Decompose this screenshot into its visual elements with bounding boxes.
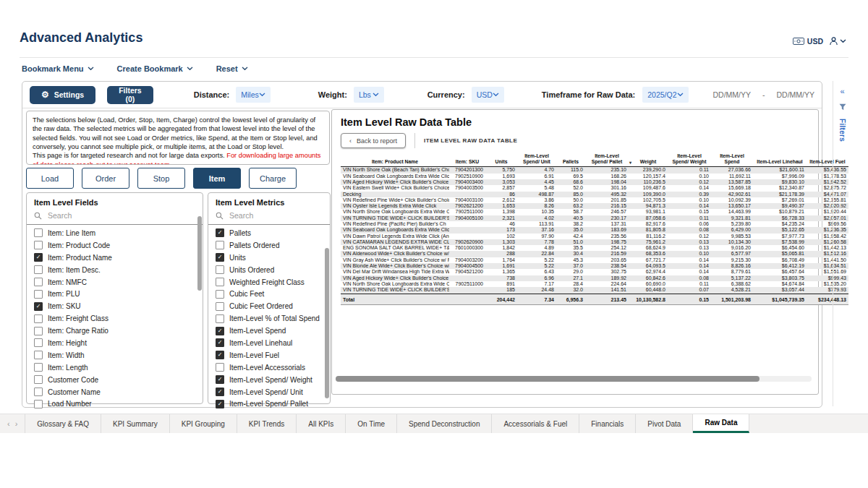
checkbox-unchecked[interactable] (216, 241, 224, 249)
report-tab-item-level-raw-data-table[interactable]: ITEM LEVEL RAW DATA TABLE (414, 133, 526, 148)
checkbox-unchecked[interactable] (34, 351, 43, 359)
checkbox-item-item-nmfc[interactable]: Item: NMFC (34, 276, 203, 288)
filters-rail-label[interactable]: Filters (838, 119, 846, 142)
checkbox-unchecked[interactable] (216, 314, 224, 323)
checkbox-unchecked[interactable] (34, 314, 43, 323)
checkbox-unchecked[interactable] (216, 290, 224, 299)
checkbox-item-item-product-name[interactable]: ✓Item: Product Name (34, 252, 203, 264)
fields-search-input[interactable] (46, 210, 136, 221)
checkbox-item-item-charge-ratio[interactable]: Item: Charge Ratio (34, 325, 203, 337)
checkbox-unchecked[interactable] (34, 278, 43, 286)
tab-scroll-left-icon[interactable]: ‹ (7, 419, 10, 428)
checkbox-item-cubic-feet-ordered[interactable]: Cubic Feet Ordered (216, 300, 330, 312)
column-header-units[interactable]: Units (485, 153, 517, 167)
checkbox-checked[interactable]: ✓ (34, 302, 43, 311)
checkbox-item-item-sku[interactable]: ✓Item: SKU (34, 300, 203, 312)
checkbox-checked[interactable]: ✓ (34, 253, 43, 262)
column-header-item-level-spend-unit[interactable]: Item-Level Spend/ Unit (517, 153, 556, 167)
checkbox-unchecked[interactable] (34, 363, 43, 372)
checkbox-item-cubic-feet[interactable]: Cubic Feet (216, 288, 330, 300)
checkbox-item-item-item-desc[interactable]: Item: Item Desc. (34, 264, 203, 276)
table-row[interactable]: VIN Gray Ash Wide+ Click Builder's Choic… (341, 257, 848, 263)
checkbox-unchecked[interactable] (216, 278, 224, 286)
checkbox-item-pallets[interactable]: ✓Pallets (216, 227, 330, 239)
date-to-input[interactable]: DD/MM/YY (777, 90, 815, 99)
table-row[interactable]: VIN Seaboard Oak Longboards Extra Wide C… (341, 174, 848, 179)
column-header-item-sku[interactable]: Item: SKU (449, 153, 485, 167)
checkbox-checked[interactable]: ✓ (216, 351, 224, 359)
date-from-input[interactable]: DD/MM/YY (713, 90, 752, 99)
bottom-tab-kpi-summary[interactable]: KPI Summary (101, 414, 170, 433)
table-row[interactable]: VIN Aged Hickory Wide+ Click Builder's C… (341, 179, 848, 185)
checkbox-item-item-level-spend[interactable]: ✓Item-Level Spend (216, 325, 330, 337)
weight-select[interactable]: Lbs (354, 87, 384, 103)
checkbox-item-pallets-ordered[interactable]: Pallets Ordered (216, 239, 330, 252)
checkbox-unchecked[interactable] (216, 302, 224, 311)
table-row[interactable]: VIN CATAMARAN LEGENDS EXTRA WIDE CLICK79… (341, 239, 848, 245)
checkbox-item-item-level-spend-unit[interactable]: ✓Item-Level Spend/ Unit (216, 386, 330, 398)
checkbox-unchecked[interactable] (216, 265, 224, 274)
checkbox-item-item-height[interactable]: Item: Height (34, 337, 203, 349)
table-row[interactable]: VIN North Shore Oak Longboards Extra Wid… (341, 281, 848, 287)
checkbox-unchecked[interactable] (34, 375, 43, 384)
timeframe-select[interactable]: 2025/Q2 (642, 87, 688, 103)
table-row[interactable]: VIN Redefined Pine (Pacific Pier) Builde… (341, 221, 848, 227)
table-row[interactable]: VIN Alderwood Wide+ Click Builder's Choi… (341, 251, 848, 257)
table-row[interactable]: VIN North Shore Oak (Beach Tan) Builder'… (341, 167, 848, 174)
table-row[interactable]: VIN TURNING TIDE WIDE+ CLICK BUILDER'S C… (341, 287, 848, 294)
checkbox-checked[interactable]: ✓ (216, 338, 224, 347)
checkbox-item-item-level-linehaul[interactable]: ✓Item-Level Linehaul (216, 337, 330, 349)
checkbox-unchecked[interactable] (34, 228, 43, 237)
checkbox-item-units[interactable]: ✓Units (216, 252, 330, 264)
checkbox-item-units-ordered[interactable]: Units Ordered (216, 264, 330, 276)
table-row[interactable]: VIN Blonde Ale Wide+ Click Builder's Cho… (341, 263, 848, 269)
reset-dropdown[interactable]: Reset (216, 64, 248, 73)
checkbox-checked[interactable]: ✓ (216, 400, 224, 408)
table-row[interactable]: VIN Seaboard Oak Longboards Extra Wide C… (341, 227, 848, 233)
table-row[interactable]: VIN Redefined Pine Wide+ Click Builder's… (341, 197, 848, 203)
checkbox-checked[interactable]: ✓ (216, 228, 224, 237)
checkbox-item-weighted-freight-class[interactable]: Weighted Freight Class (216, 276, 330, 288)
bottom-tab-kpi-grouping[interactable]: KPI Grouping (170, 414, 237, 433)
checkbox-unchecked[interactable] (34, 327, 43, 335)
bookmark-menu-dropdown[interactable]: Bookmark Menu (22, 64, 94, 73)
table-row[interactable]: VIN Eastern Swell Wide+ Click Builder's … (341, 185, 848, 191)
level-button-order[interactable]: Order (82, 168, 129, 189)
scrollbar-thumb[interactable] (336, 376, 760, 382)
table-row[interactable]: VIN Oyster Isle Legends Extra Wide Click… (341, 203, 848, 209)
table-row[interactable]: VIN Del Mar Drift Windansea High Tide Ex… (341, 269, 848, 275)
column-header-item-level-spend[interactable]: Item-Level Spend (711, 153, 753, 167)
checkbox-unchecked[interactable] (34, 338, 43, 347)
settings-button[interactable]: ⚙ Settings (30, 86, 95, 104)
fields-search[interactable] (27, 207, 203, 225)
bottom-tab-pivot-data[interactable]: Pivot Data (636, 414, 693, 433)
metrics-scrollbar[interactable] (325, 248, 329, 398)
checkbox-checked[interactable]: ✓ (216, 253, 224, 262)
checkbox-item-load-number[interactable]: Load Number (34, 398, 203, 410)
table-horizontal-scrollbar[interactable] (336, 376, 812, 382)
bottom-tab-glossary-faq[interactable]: Glossary & FAQ (25, 414, 101, 433)
checkbox-checked[interactable]: ✓ (216, 375, 224, 384)
checkbox-unchecked[interactable] (34, 290, 43, 299)
checkbox-item-customer-name[interactable]: Customer Name (34, 386, 203, 398)
checkbox-item-item-product-code[interactable]: Item: Product Code (34, 239, 203, 252)
column-header-item-level-spend-pallet[interactable]: Item-Level Spend/ Pallet (585, 153, 629, 167)
bottom-tab-spend-deconstruction[interactable]: Spend Deconstruction (397, 414, 492, 433)
checkbox-item-item-level-spend-pallet[interactable]: ✓Item-Level Spend/ Pallet (216, 398, 330, 410)
checkbox-item-item-level-of-total-spend[interactable]: Item-Level % of Total Spend (216, 312, 330, 325)
table-row[interactable]: VIN North Shore Oak Longboards Extra Wid… (341, 209, 848, 215)
currency-badge[interactable]: USD (793, 37, 823, 46)
level-button-item[interactable]: Item (193, 168, 241, 189)
checkbox-item-item-level-fuel[interactable]: ✓Item-Level Fuel (216, 349, 330, 361)
checkbox-unchecked[interactable] (34, 241, 43, 249)
checkbox-unchecked[interactable] (34, 400, 43, 408)
currency-select[interactable]: USD (472, 87, 504, 103)
checkbox-item-item-width[interactable]: Item: Width (34, 349, 203, 361)
checkbox-unchecked[interactable] (34, 388, 43, 396)
back-to-report-button[interactable]: ‹ Back to report (341, 133, 406, 148)
table-row[interactable]: VIN TURNING TIDE WIDE+ CLICK BUILDER'S C… (341, 215, 848, 221)
level-button-charge[interactable]: Charge (249, 168, 297, 189)
distance-select[interactable]: Miles (236, 87, 271, 103)
column-header-weight[interactable]: Weight▾ (629, 153, 668, 167)
checkbox-item-customer-code[interactable]: Customer Code (34, 374, 203, 386)
